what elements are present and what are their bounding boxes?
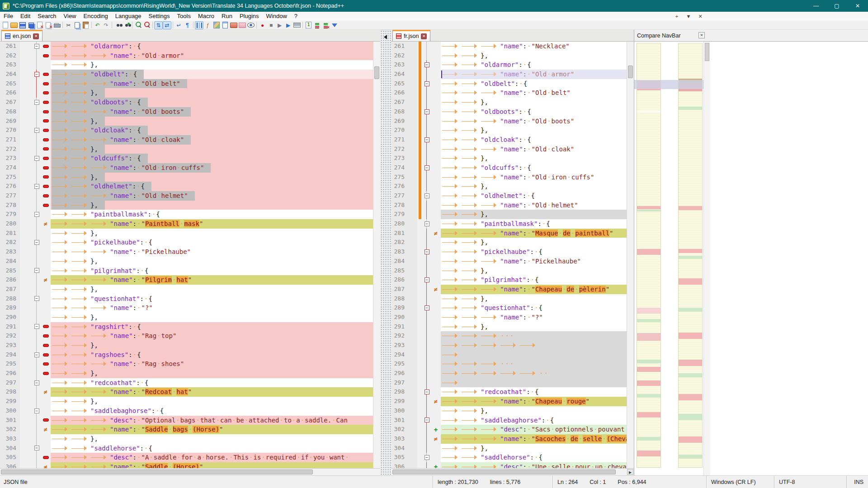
code-line[interactable]: 266},: [0, 88, 380, 98]
tab-en-json[interactable]: en.json ✕: [1, 30, 42, 41]
code-line[interactable]: 283"name":·"Pickelhaube": [0, 247, 380, 257]
macro-play-icon[interactable]: ▶: [275, 21, 284, 29]
code-line[interactable]: 305"desc":·"A·saddle·for·a·horse.·This·i…: [0, 453, 380, 462]
zoom-in-icon[interactable]: [134, 21, 142, 29]
code-line[interactable]: 301"desc":·"Optional·bags·that·can·be·at…: [0, 416, 380, 425]
fold-toggle-icon[interactable]: [423, 416, 431, 425]
fold-toggle-icon[interactable]: [33, 70, 41, 79]
save-all-icon[interactable]: [27, 21, 35, 29]
code-line[interactable]: 279"paintballmask":·{: [0, 210, 380, 219]
fold-toggle-icon[interactable]: [423, 163, 431, 173]
code-line[interactable]: 282"pickelhaube":·{: [0, 238, 380, 247]
scrollbar-thumb[interactable]: [628, 66, 633, 78]
menu-tools[interactable]: Tools: [174, 12, 194, 21]
code-line[interactable]: 273},: [391, 154, 634, 163]
code-line[interactable]: 288},: [391, 294, 634, 304]
minimize-button[interactable]: —: [806, 0, 826, 12]
menu-plugins[interactable]: Plugins: [236, 12, 263, 21]
code-line[interactable]: 276"oldhelmet":·{: [0, 182, 380, 191]
code-line[interactable]: 272"name":·"Old·cloak": [391, 145, 634, 154]
code-line[interactable]: 304},: [391, 444, 634, 453]
menu-help[interactable]: ?: [291, 12, 301, 21]
code-line[interactable]: 277"oldhelmet":·{: [391, 191, 634, 201]
fold-toggle-icon[interactable]: [33, 42, 41, 51]
menu-settings[interactable]: Settings: [145, 12, 174, 21]
code-line[interactable]: 280≠"name":·"Paintball·mask": [0, 219, 380, 229]
compare-icon[interactable]: [313, 21, 321, 29]
code-line[interactable]: 281≠"name":·"Masque·de·paintball": [391, 229, 634, 238]
code-line[interactable]: 298≠"name":·"Redcoat·hat": [0, 387, 380, 397]
code-line[interactable]: 298"redcoathat":·{: [391, 387, 634, 397]
code-line[interactable]: 285},: [391, 266, 634, 276]
fold-toggle-icon[interactable]: [423, 303, 431, 313]
code-line[interactable]: 284},: [0, 257, 380, 266]
compare-nav-filter-icon[interactable]: [330, 21, 339, 29]
menu-run[interactable]: Run: [218, 12, 236, 21]
code-line[interactable]: 287≠"name":·"Chapeau·de·pèlerin": [391, 285, 634, 294]
scrollbar-thumb[interactable]: [392, 469, 616, 474]
code-line[interactable]: 276},: [391, 182, 634, 191]
new-file-icon[interactable]: [1, 21, 9, 29]
save-icon[interactable]: [18, 21, 27, 29]
code-line[interactable]: 300"saddlebaghorse":·{: [0, 406, 380, 416]
menu-encoding[interactable]: Encoding: [80, 12, 112, 21]
code-line[interactable]: 275},: [0, 173, 380, 182]
code-line[interactable]: 268"name":·"Old·boots": [0, 107, 380, 117]
scrollbar-thumb[interactable]: [1, 469, 313, 474]
fold-toggle-icon[interactable]: [33, 238, 41, 247]
fold-toggle-icon[interactable]: [423, 247, 431, 257]
code-line[interactable]: 299≠"name":·"Chapeau·rouge": [391, 397, 634, 406]
menu-window[interactable]: Window: [263, 12, 291, 21]
fold-toggle-icon[interactable]: [33, 210, 41, 219]
code-line[interactable]: 278"name":·"Old·helmet": [391, 201, 634, 210]
file-monitoring-icon[interactable]: [246, 21, 255, 29]
code-line[interactable]: 273"oldcuffs":·{: [0, 154, 380, 163]
fold-toggle-icon[interactable]: [33, 350, 41, 360]
fold-toggle-icon[interactable]: [33, 126, 41, 135]
editor-fr-json[interactable]: 261"name":·"Necklace"262},263"oldarmor":…: [391, 42, 634, 468]
code-line[interactable]: 289"questionhat":·{: [391, 303, 634, 313]
code-line[interactable]: 266"name":·"Old·belt": [391, 88, 634, 98]
code-line[interactable]: 305"saddlehorse":·{: [391, 453, 634, 462]
fold-toggle-icon[interactable]: [33, 406, 41, 416]
code-line[interactable]: 296··: [391, 369, 634, 378]
scrollbar-thumb[interactable]: [705, 43, 709, 61]
menu-macro[interactable]: Macro: [194, 12, 218, 21]
fold-toggle-icon[interactable]: [33, 322, 41, 332]
tab-list-button[interactable]: ▼: [685, 14, 692, 19]
code-line[interactable]: 291"ragshirt":·{: [0, 322, 380, 332]
fold-toggle-icon[interactable]: [33, 444, 41, 453]
code-line[interactable]: 274"oldcuffs":·{: [391, 163, 634, 173]
macro-stop-icon[interactable]: ■: [267, 21, 275, 29]
sync-vertical-scroll-icon[interactable]: ⇅: [154, 21, 163, 29]
fold-toggle-icon[interactable]: [423, 135, 431, 145]
code-line[interactable]: 293: [391, 341, 634, 350]
code-line[interactable]: 265"oldbelt":·{: [391, 79, 634, 89]
new-tab-button[interactable]: +: [674, 14, 680, 19]
macro-run-multiple-icon[interactable]: ▶: [284, 21, 292, 29]
compare-clear-icon[interactable]: [321, 21, 330, 29]
code-line[interactable]: 294"ragshoes":·{: [0, 350, 380, 360]
code-line[interactable]: 286"pilgrimhat":·{: [391, 275, 634, 285]
code-line[interactable]: 269},: [0, 117, 380, 126]
macro-record-icon[interactable]: ●: [258, 21, 267, 29]
left-horizontal-scrollbar[interactable]: [0, 468, 380, 475]
menu-edit[interactable]: Edit: [17, 12, 34, 21]
find-icon[interactable]: [113, 21, 122, 29]
code-line[interactable]: 287},: [0, 285, 380, 294]
code-line[interactable]: 263},: [0, 60, 380, 70]
splitter[interactable]: [380, 30, 391, 475]
redo-icon[interactable]: ↷: [102, 21, 110, 29]
fold-toggle-icon[interactable]: [423, 275, 431, 285]
left-vertical-scrollbar[interactable]: [373, 42, 380, 468]
code-line[interactable]: 302≠"name":·"Saddle·bags·(Horse)": [0, 425, 380, 434]
code-line[interactable]: 270},: [391, 126, 634, 135]
copy-icon[interactable]: [73, 21, 81, 29]
code-line[interactable]: 263"oldarmor":·{: [391, 60, 634, 70]
compare-set-first-icon[interactable]: [304, 21, 313, 29]
menu-file[interactable]: File: [0, 12, 17, 21]
close-button[interactable]: ✕: [697, 14, 703, 19]
code-line[interactable]: 297: [391, 378, 634, 388]
fold-toggle-icon[interactable]: [423, 219, 431, 229]
fold-toggle-icon[interactable]: [33, 154, 41, 163]
